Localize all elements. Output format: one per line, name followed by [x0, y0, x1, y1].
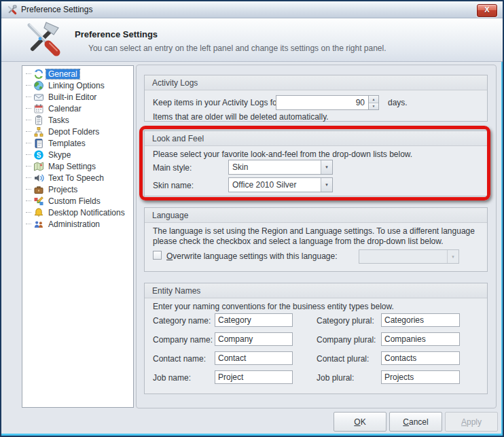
tree-connector: [26, 212, 31, 213]
tree-connector: [26, 143, 31, 143]
sidebar-item-label: Skype: [46, 150, 73, 160]
apply-button: Apply: [445, 412, 498, 432]
job-plural-input[interactable]: [381, 370, 460, 384]
group-title: Language: [152, 211, 188, 220]
skin-name-value: Office 2010 Silver: [229, 178, 321, 192]
category-plural-label: Category plural:: [317, 316, 374, 326]
sidebar-item-label: Built-in Editor: [46, 92, 98, 102]
sidebar-item-tasks[interactable]: Tasks: [22, 114, 133, 126]
chevron-down-icon[interactable]: ▼: [321, 160, 332, 174]
spin-up-icon[interactable]: ▲: [369, 96, 378, 103]
sidebar-item-label: General: [46, 69, 79, 79]
group-title: Look and Feel: [152, 134, 204, 143]
overwrite-language-checkbox[interactable]: [153, 251, 162, 260]
contact-name-input[interactable]: [215, 351, 293, 365]
sidebar-item-label: Projects: [46, 185, 79, 194]
sidebar-item-label: Depot Folders: [46, 127, 101, 137]
auto-delete-note: Items that are older will be deleted aut…: [153, 112, 329, 122]
sidebar-item-skype[interactable]: S Skype: [22, 149, 133, 160]
sidebar-item-label: Linking Options: [46, 81, 107, 90]
briefcase-icon: [33, 184, 44, 195]
entity-names-group: Entity Names Enter your naming conventio…: [144, 283, 488, 394]
speaker-icon: [33, 173, 44, 183]
sidebar-item-general[interactable]: General: [22, 68, 133, 80]
company-name-label: Company name:: [153, 335, 213, 345]
tree-connector: [26, 166, 31, 167]
sidebar-item-text-to-speech[interactable]: Text To Speech: [22, 172, 133, 183]
language-group: Language The language is set using the R…: [144, 207, 488, 272]
language-combo: ▼: [359, 249, 459, 264]
sidebar-item-label: Tasks: [46, 116, 71, 125]
dialog-header: Preference Settings You can select an en…: [1, 18, 503, 62]
page-subtitle: You can select an entry on the left pane…: [88, 43, 386, 53]
settings-tree: General Linking Options Built-in Editor: [22, 65, 134, 408]
clipboard-icon: [33, 115, 44, 126]
skype-icon: S: [33, 150, 44, 160]
group-header: Language: [145, 208, 487, 223]
tree-connector: [26, 154, 31, 155]
entity-names-description: Enter your naming conventions for the bu…: [153, 302, 394, 311]
contact-name-label: Contact name:: [153, 354, 206, 364]
company-plural-input[interactable]: [381, 332, 460, 346]
sidebar-item-linking-options[interactable]: Linking Options: [22, 80, 133, 91]
main-style-value: Skin: [229, 160, 321, 174]
job-name-input[interactable]: [215, 370, 293, 384]
spinner-buttons: ▲ ▼: [368, 96, 378, 109]
company-name-input[interactable]: [215, 332, 293, 346]
tree-connector: [26, 97, 31, 97]
sidebar-item-desktop-notifications[interactable]: Desktop Notifications: [22, 207, 133, 218]
job-plural-label: Job plural:: [317, 373, 354, 383]
sidebar-item-label: Administration: [46, 220, 102, 229]
tree-connector: [26, 120, 31, 120]
look-and-feel-group: Look and Feel Please select your favorit…: [144, 130, 488, 196]
overwrite-language-label[interactable]: Overwrite language settings with this la…: [166, 251, 338, 261]
ok-button-label: OK: [354, 417, 365, 427]
sidebar-item-map-settings[interactable]: Map Settings: [22, 160, 133, 172]
svg-text:S: S: [37, 151, 41, 158]
category-name-input[interactable]: [215, 313, 293, 327]
main-style-combo[interactable]: Skin ▼: [228, 160, 333, 175]
tree-connector: [26, 85, 31, 86]
title-bar: Preference Settings: [1, 1, 503, 18]
sidebar-item-label: Desktop Notifications: [46, 208, 127, 217]
skin-name-combo[interactable]: Office 2010 Silver ▼: [228, 177, 333, 192]
days-spin-edit[interactable]: 90 ▲ ▼: [276, 95, 379, 110]
sidebar-item-built-in-editor[interactable]: Built-in Editor: [22, 91, 133, 103]
group-title: Entity Names: [152, 286, 200, 296]
page-title: Preference Settings: [75, 29, 158, 39]
preference-settings-window: Preference Settings X Preference Setting…: [0, 0, 504, 437]
company-plural-label: Company plural:: [317, 335, 376, 345]
bell-icon: [33, 207, 44, 218]
group-header: Entity Names: [145, 283, 487, 298]
days-value[interactable]: 90: [276, 96, 368, 109]
sidebar-item-projects[interactable]: Projects: [22, 183, 133, 195]
ok-button[interactable]: OK: [334, 412, 386, 432]
contact-plural-label: Contact plural:: [317, 354, 369, 364]
sidebar-item-depot-folders[interactable]: Depot Folders: [22, 126, 133, 137]
language-combo-value: [359, 250, 447, 263]
category-plural-input[interactable]: [381, 313, 460, 327]
sidebar-item-administration[interactable]: Administration: [22, 218, 133, 230]
job-name-label: Job name:: [153, 373, 191, 383]
sidebar-item-label: Templates: [46, 139, 88, 148]
tree-connector: [26, 177, 31, 178]
sidebar-item-custom-fields[interactable]: Custom Fields: [22, 195, 133, 207]
cancel-button[interactable]: Cancel: [389, 412, 442, 432]
group-title: Activity Logs: [152, 78, 198, 88]
close-button[interactable]: X: [477, 4, 497, 17]
contact-plural-input[interactable]: [381, 351, 460, 365]
spin-down-icon[interactable]: ▼: [369, 103, 378, 110]
app-icon: [7, 5, 17, 15]
chevron-down-icon[interactable]: ▼: [321, 178, 332, 192]
sidebar-item-label: Text To Speech: [46, 173, 106, 183]
sidebar-item-templates[interactable]: Templates: [22, 137, 133, 149]
calendar-icon: [33, 103, 44, 114]
tree-connector: [26, 73, 31, 74]
people-icon: [33, 219, 44, 230]
activity-logs-group: Activity Logs Keep items in your Activit…: [144, 75, 488, 122]
sync-icon: [33, 69, 44, 80]
tools-icon: [23, 20, 61, 58]
globe-icon: [33, 80, 44, 91]
sidebar-item-label: Custom Fields: [46, 196, 103, 206]
sidebar-item-calendar[interactable]: Calendar: [22, 103, 133, 114]
